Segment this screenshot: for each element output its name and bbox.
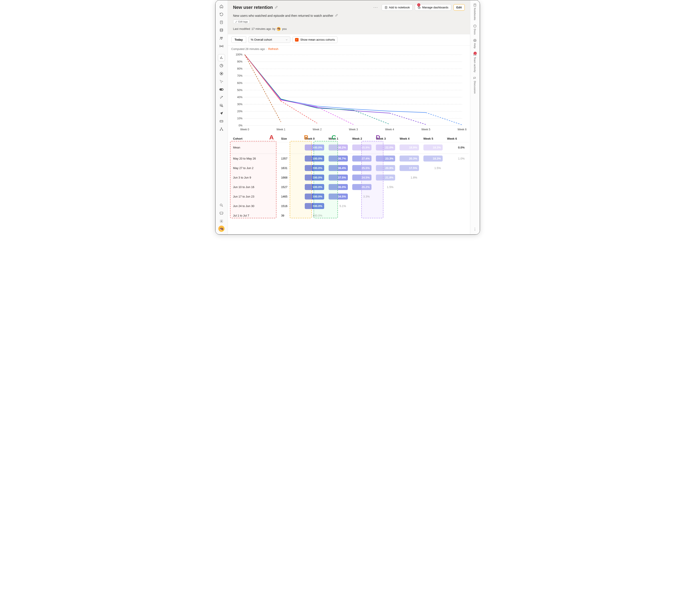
retention-cell <box>445 192 469 201</box>
svg-text:Week 4: Week 4 <box>385 128 394 131</box>
table-row: May 27 to Jun 21631100.0%36.4%25.5%20.9%… <box>229 163 469 173</box>
retention-cell <box>445 163 469 173</box>
retention-cell <box>421 182 445 192</box>
send-icon[interactable] <box>218 110 225 117</box>
edit-tags-button[interactable]: Edit tags <box>233 20 250 24</box>
add-to-notebook-button[interactable]: Add to notebook <box>382 4 413 11</box>
page-header: New user retention ··· Add to notebook 1… <box>228 0 470 34</box>
help-tab[interactable]: Help <box>473 39 477 49</box>
docs-tab[interactable]: Docs <box>473 24 477 35</box>
document-icon[interactable] <box>218 19 225 26</box>
svg-text:70%: 70% <box>237 74 242 77</box>
svg-point-4 <box>221 46 222 47</box>
annotation-d-label: D <box>376 134 380 141</box>
team-activity-tab[interactable]: 1 Team activity <box>473 53 477 72</box>
database-icon[interactable] <box>218 27 225 34</box>
svg-point-12 <box>222 130 223 131</box>
user-avatar[interactable]: 🦔 <box>218 226 224 232</box>
computed-status: Computed 28 minutes ago · Refresh <box>228 46 470 52</box>
search-icon[interactable] <box>218 202 225 209</box>
size-cell: 1631 <box>279 163 303 173</box>
retention-cell: 100.0% <box>303 173 326 182</box>
annotation-b-label: B <box>304 134 308 141</box>
svg-text:Week 6: Week 6 <box>457 128 466 131</box>
toggle-icon[interactable] <box>218 86 225 93</box>
retention-cell: 100.0% <box>303 192 326 201</box>
home-icon[interactable] <box>218 3 225 10</box>
retention-cell <box>421 211 445 220</box>
retention-cell: 18.3% <box>421 154 445 163</box>
discussion-tab[interactable]: Discussion <box>473 76 477 94</box>
author-avatar: 🦔 <box>277 27 281 31</box>
cohort-cell: Mean <box>229 142 279 154</box>
left-sidebar: 🦔 <box>216 0 228 235</box>
card-icon[interactable] <box>218 118 225 125</box>
annotation-a-label: A <box>269 134 274 141</box>
monitor-icon[interactable] <box>218 210 225 217</box>
svg-text:90%: 90% <box>237 60 242 63</box>
retention-cell: 100.0% <box>303 201 326 211</box>
svg-point-1 <box>220 29 223 30</box>
svg-point-2 <box>220 37 221 38</box>
wand-icon[interactable] <box>218 94 225 101</box>
retention-cell <box>374 192 397 201</box>
refresh-link[interactable]: Refresh <box>268 47 278 51</box>
table-header: Week 1 <box>326 135 350 142</box>
size-cell: 39 <box>279 211 303 220</box>
svg-text:Week 3: Week 3 <box>349 128 358 131</box>
checkbox-checked-icon: ✓ <box>295 38 299 41</box>
insights-icon[interactable] <box>218 54 225 61</box>
edit-button[interactable]: Edit <box>454 4 465 11</box>
cohort-mode-select[interactable]: % Overall cohort <box>249 36 290 43</box>
svg-point-3 <box>222 37 223 38</box>
table-header: Week 6 <box>445 135 469 142</box>
people-icon[interactable] <box>218 35 225 42</box>
cohort-cell: Jun 24 to Jun 30 <box>229 201 279 211</box>
history-icon[interactable] <box>218 11 225 18</box>
retention-cell <box>397 201 421 211</box>
retention-cell: 36.0% <box>326 182 350 192</box>
notebooks-tab[interactable]: Notebooks <box>473 3 477 20</box>
retention-cell: 17.5% <box>397 163 421 173</box>
retention-cell <box>445 201 469 211</box>
cursor-icon[interactable] <box>218 78 225 85</box>
edit-title-icon[interactable] <box>275 5 278 10</box>
retention-cell: 23.3% <box>374 154 397 163</box>
chat-icon[interactable] <box>218 102 225 109</box>
retention-cell: 36.4% <box>326 163 350 173</box>
edit-description-icon[interactable] <box>335 14 338 17</box>
more-vertical-icon[interactable]: ⋮ <box>473 227 477 231</box>
manage-dashboards-button[interactable]: 1 Manage dashboards <box>415 4 451 11</box>
size-cell: 1527 <box>279 182 303 192</box>
live-icon[interactable] <box>218 42 225 50</box>
retention-cell: 1.5% <box>421 163 445 173</box>
retention-cell: 36.7% <box>326 154 350 163</box>
svg-point-11 <box>220 130 221 131</box>
svg-rect-9 <box>220 120 223 122</box>
pie-icon[interactable] <box>218 62 225 69</box>
cohort-cell: Jul 1 to Jul 7 <box>229 211 279 220</box>
play-icon[interactable] <box>218 70 225 77</box>
retention-cell: 100.0% <box>303 211 326 220</box>
today-button[interactable]: Today <box>231 36 246 43</box>
more-menu-icon[interactable]: ··· <box>372 5 379 10</box>
retention-cell <box>350 211 374 220</box>
retention-cell: 1.5% <box>374 182 397 192</box>
settings-icon[interactable] <box>218 218 225 225</box>
retention-cell: 18.9% <box>397 142 421 154</box>
retention-cell: 100.0% <box>303 163 326 173</box>
table-header: Week 4 <box>397 135 421 142</box>
retention-cell <box>374 201 397 211</box>
retention-cell: 25.9% <box>350 142 374 154</box>
retention-cell <box>445 182 469 192</box>
retention-cell: 100.0% <box>303 182 326 192</box>
svg-point-48 <box>474 39 476 42</box>
retention-cell <box>445 211 469 220</box>
show-mean-toggle[interactable]: ✓ Show mean across cohorts <box>292 36 337 43</box>
svg-text:40%: 40% <box>237 96 242 99</box>
retention-cell: 5.1% <box>326 201 350 211</box>
cohort-cell: May 27 to Jun 2 <box>229 163 279 173</box>
table-header: Week 2 <box>350 135 374 142</box>
tree-icon[interactable] <box>218 126 225 133</box>
svg-text:100%: 100% <box>236 53 242 56</box>
